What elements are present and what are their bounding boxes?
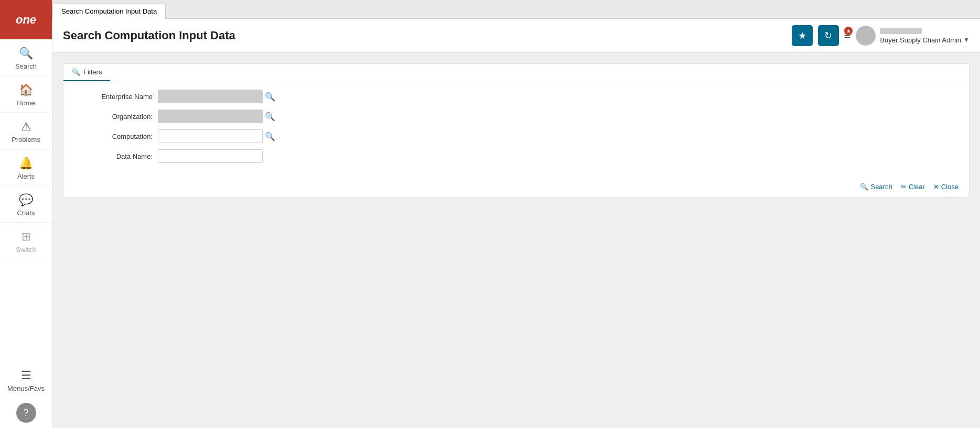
search-action-label: Search [870, 183, 892, 191]
sidebar-item-label: Problems [12, 136, 40, 144]
filter-label-computation: Computation: [74, 133, 158, 140]
tab-search-computation[interactable]: Search Computation Input Data [52, 4, 166, 19]
header-right: ★ ↻ ≡ ★ Buyer Supply Chain Admin ▼ [792, 25, 970, 46]
main-area: Search Computation Input Data Search Com… [52, 0, 980, 428]
filter-row-organization: Organization: 🔍 [74, 109, 959, 123]
app-logo[interactable]: one [0, 0, 52, 39]
organization-field[interactable] [158, 109, 263, 123]
help-icon: ? [16, 403, 36, 423]
chat-icon: 💬 [19, 193, 33, 207]
filter-row-computation: Computation: 🔍 [74, 129, 959, 143]
page-content: 🔍 Filters Enterprise Name 🔍 Organization… [52, 53, 980, 428]
menus-favs-label: Menus/Favs [7, 385, 45, 392]
filter-label-organization: Organization: [74, 113, 158, 120]
avatar [856, 26, 876, 46]
favorite-button[interactable]: ★ [792, 25, 813, 46]
switch-icon: ⊞ [21, 230, 31, 244]
sidebar-item-alerts[interactable]: 🔔 Alerts [0, 149, 52, 186]
filters-tab[interactable]: 🔍 Filters [63, 64, 110, 81]
sidebar-item-label: Switch [16, 246, 36, 254]
refresh-button[interactable]: ↻ [818, 25, 839, 46]
filter-label-enterprise-name: Enterprise Name [74, 93, 158, 101]
filters-tabs: 🔍 Filters [63, 64, 969, 81]
logo-text: one [16, 13, 36, 27]
filter-input-wrapper-computation: 🔍 [158, 129, 275, 143]
sidebar-item-switch[interactable]: ⊞ Switch [0, 223, 52, 259]
menu-icon: ☰ [21, 369, 31, 382]
computation-lookup-icon[interactable]: 🔍 [265, 131, 275, 141]
tab-label: Search Computation Input Data [61, 7, 157, 15]
filter-input-wrapper-data-name [158, 149, 263, 163]
filter-row-data-name: Data Name: [74, 149, 959, 163]
star-icon: ★ [798, 30, 806, 41]
filter-input-wrapper-organization: 🔍 [158, 109, 275, 123]
sidebar-item-label: Chats [17, 209, 35, 217]
clear-action-label: Clear [909, 183, 925, 191]
close-action-label: Close [941, 183, 959, 191]
computation-field[interactable] [158, 129, 263, 143]
chevron-down-icon: ▼ [963, 36, 970, 43]
organization-lookup-icon[interactable]: 🔍 [265, 112, 275, 122]
sidebar-item-problems[interactable]: ⚠ Problems [0, 113, 52, 149]
clear-button[interactable]: ✏ Clear [901, 183, 925, 191]
user-name-blurred [880, 28, 922, 34]
search-button[interactable]: 🔍 Search [860, 183, 892, 191]
page-header: Search Computation Input Data ★ ↻ ≡ ★ Bu… [52, 19, 980, 53]
filters-actions: 🔍 Search ✏ Clear ✕ Close [63, 178, 969, 197]
notification-badge: ★ [844, 27, 853, 35]
filters-panel: 🔍 Filters Enterprise Name 🔍 Organization… [63, 63, 970, 197]
close-button[interactable]: ✕ Close [933, 183, 959, 191]
user-role: Buyer Supply Chain Admin [880, 36, 961, 44]
user-section[interactable]: Buyer Supply Chain Admin ▼ [856, 26, 970, 46]
filter-input-wrapper-enterprise-name: 🔍 [158, 90, 275, 103]
sidebar-item-search[interactable]: 🔍 Search [0, 39, 52, 76]
tab-bar: Search Computation Input Data [52, 0, 980, 19]
search-icon: 🔍 [19, 47, 33, 60]
sidebar-help[interactable]: ? [0, 398, 52, 428]
bell-icon: 🔔 [19, 157, 33, 170]
data-name-field[interactable] [158, 149, 263, 163]
filters-body: Enterprise Name 🔍 Organization: 🔍 [63, 81, 969, 178]
filters-tab-label: Filters [83, 68, 102, 76]
home-icon: 🏠 [19, 83, 33, 97]
sidebar-item-label: Search [15, 62, 37, 70]
user-info: Buyer Supply Chain Admin ▼ [880, 28, 970, 44]
filter-search-icon: 🔍 [72, 68, 80, 76]
enterprise-name-lookup-icon[interactable]: 🔍 [265, 92, 275, 102]
clear-action-icon: ✏ [901, 183, 907, 191]
sidebar: one 🔍 Search 🏠 Home ⚠ Problems 🔔 Alerts … [0, 0, 52, 428]
warning-icon: ⚠ [21, 120, 31, 134]
enterprise-name-field[interactable] [158, 90, 263, 103]
filter-label-data-name: Data Name: [74, 152, 158, 160]
sidebar-item-label: Home [17, 99, 35, 107]
close-action-icon: ✕ [933, 183, 939, 191]
page-title: Search Computation Input Data [63, 29, 235, 42]
search-action-icon: 🔍 [860, 183, 868, 191]
notification-wrapper[interactable]: ≡ ★ [844, 29, 851, 42]
sidebar-item-home[interactable]: 🏠 Home [0, 76, 52, 113]
sidebar-item-label: Alerts [17, 172, 35, 180]
refresh-icon: ↻ [824, 30, 832, 41]
sidebar-menus-favs[interactable]: ☰ Menus/Favs [0, 364, 52, 398]
sidebar-item-chats[interactable]: 💬 Chats [0, 186, 52, 223]
filter-row-enterprise-name: Enterprise Name 🔍 [74, 90, 959, 103]
